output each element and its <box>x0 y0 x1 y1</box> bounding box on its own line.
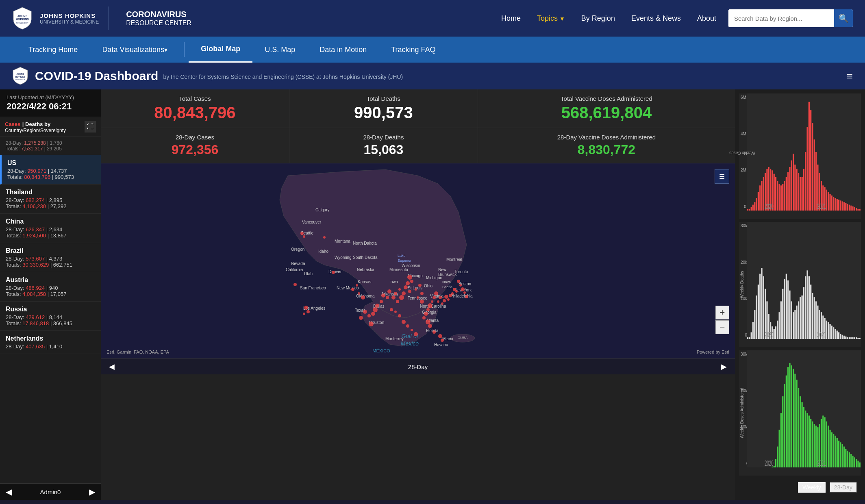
country-name-netherlands: Netherlands <box>6 335 95 342</box>
case-dot <box>431 300 433 303</box>
sidebar-next-arrow[interactable]: ▶ <box>89 487 95 497</box>
cuba-label: CUBA <box>457 336 467 340</box>
last-updated-date: 2022/4/22 06:21 <box>7 101 94 112</box>
svg-rect-197 <box>838 441 839 467</box>
svg-rect-92 <box>774 329 775 339</box>
nav-by-region[interactable]: By Region <box>581 14 615 23</box>
svg-rect-17 <box>761 181 762 211</box>
sidebar-item-austria[interactable]: Austria 28-Day: 486,924 | 940 Totals: 4,… <box>0 272 101 302</box>
svg-rect-56 <box>829 194 830 211</box>
weekly-deaths-y-label: Weekly Deaths <box>740 271 744 298</box>
nav-tracking-home[interactable]: Tracking Home <box>16 37 90 63</box>
svg-text:2021: 2021 <box>817 459 826 467</box>
zoom-in-button[interactable]: + <box>715 306 729 319</box>
sidebar-item-russia[interactable]: Russia 28-Day: 429,612 | 8,144 Totals: 1… <box>0 302 101 331</box>
stats-row-bottom: 28-Day Cases 972,356 28-Day Deaths 15,06… <box>101 128 735 163</box>
nav-global-map[interactable]: Global Map <box>189 37 252 63</box>
svg-rect-26 <box>777 181 778 211</box>
svg-rect-47 <box>814 139 815 211</box>
28day-tab[interactable]: 28-Day <box>830 482 857 493</box>
map-prev-arrow[interactable]: ◀ <box>109 362 115 371</box>
svg-rect-166 <box>784 384 785 467</box>
case-dot <box>380 300 383 303</box>
svg-rect-61 <box>838 200 839 211</box>
svg-rect-111 <box>806 270 808 339</box>
svg-rect-71 <box>856 208 857 211</box>
search-box: 🔍 <box>728 9 853 27</box>
country-name-austria: Austria <box>6 276 95 284</box>
svg-rect-160 <box>774 466 775 467</box>
svg-rect-11 <box>751 207 752 211</box>
search-input[interactable] <box>728 9 834 27</box>
menu-icon[interactable]: ≡ <box>847 70 853 83</box>
country-name-us: US <box>7 159 95 167</box>
svg-rect-194 <box>833 434 834 467</box>
svg-rect-55 <box>828 192 829 211</box>
case-dot <box>394 292 397 295</box>
stat-28day-vaccines-value: 8,830,772 <box>486 142 727 157</box>
svg-rect-32 <box>787 172 789 211</box>
case-dot <box>332 271 335 274</box>
case-dot <box>398 288 401 291</box>
nav-us-map[interactable]: U.S. Map <box>252 37 307 63</box>
city-minnesota: Minnesota <box>389 267 409 272</box>
case-dot <box>439 296 442 299</box>
city-florida: Florida <box>426 328 439 333</box>
nav-links: Home Topics By Region Events & News Abou… <box>501 14 716 23</box>
nav-home[interactable]: Home <box>501 14 521 23</box>
country-name-brazil: Brazil <box>6 247 95 254</box>
case-dot <box>304 306 308 310</box>
svg-rect-103 <box>793 312 794 339</box>
search-button[interactable]: 🔍 <box>834 9 853 27</box>
expand-button[interactable]: ⛶ <box>85 121 96 133</box>
nav-about[interactable]: About <box>697 14 716 23</box>
svg-rect-198 <box>840 442 841 467</box>
nav-data-visualizations[interactable]: Data Visualizations <box>90 37 180 63</box>
country-totals-thailand: Totals: 4,106,230 | 27,392 <box>6 203 95 209</box>
svg-rect-106 <box>798 301 799 339</box>
sidebar-bottom: ◀ Admin0 ▶ <box>0 483 101 500</box>
svg-rect-131 <box>842 335 843 339</box>
case-dot <box>406 324 409 328</box>
case-dot <box>432 330 436 334</box>
svg-rect-15 <box>758 192 759 211</box>
case-dot <box>363 310 367 314</box>
sidebar-item-netherlands[interactable]: Netherlands 28-Day: 407,635 | 1,410 <box>0 331 101 354</box>
case-dot <box>293 283 297 286</box>
svg-rect-127 <box>835 329 836 339</box>
case-dot <box>414 332 418 336</box>
cases-chart-svg: 2020 2021 <box>747 93 861 211</box>
weekly-tab[interactable]: Weekly <box>798 482 826 493</box>
sidebar-item-brazil[interactable]: Brazil 28-Day: 573,607 | 4,373 Totals: 3… <box>0 243 101 272</box>
case-dot <box>465 295 468 298</box>
case-dot <box>417 296 419 299</box>
svg-rect-126 <box>833 327 834 339</box>
case-dot <box>463 291 466 294</box>
map-list-toggle[interactable]: ☰ <box>715 169 729 184</box>
svg-rect-79 <box>751 332 752 339</box>
svg-rect-63 <box>842 201 843 211</box>
nav-events-news[interactable]: Events & News <box>631 14 681 23</box>
svg-rect-12 <box>752 205 754 211</box>
sidebar-item-china[interactable]: China 28-Day: 626,347 | 2,634 Totals: 1,… <box>0 214 101 243</box>
zoom-out-button[interactable]: − <box>715 320 729 334</box>
case-dot <box>361 295 365 300</box>
country-name-russia: Russia <box>6 306 95 313</box>
nav-data-in-motion[interactable]: Data in Motion <box>307 37 379 63</box>
svg-rect-34 <box>791 161 792 211</box>
cases-chart-area: 2020 2021 <box>747 93 861 211</box>
city-newmexico: New Mexico <box>337 286 359 290</box>
svg-rect-9 <box>747 209 748 211</box>
svg-rect-59 <box>835 198 836 211</box>
case-dot <box>441 302 443 305</box>
nav-tracking-faq[interactable]: Tracking FAQ <box>379 37 448 63</box>
nav-topics[interactable]: Topics <box>537 14 565 23</box>
svg-rect-60 <box>837 199 838 211</box>
sidebar-item-thailand[interactable]: Thailand 28-Day: 682,274 | 2,895 Totals:… <box>0 185 101 214</box>
sidebar-item-us[interactable]: US 28-Day: 950,971 | 14,737 Totals: 80,8… <box>0 155 101 185</box>
sidebar-cases-label: Cases <box>5 121 20 127</box>
city-montreal: Montreal <box>446 257 462 262</box>
sidebar-prev-arrow[interactable]: ◀ <box>6 487 12 497</box>
svg-rect-98 <box>784 279 785 339</box>
map-next-arrow[interactable]: ▶ <box>721 362 727 371</box>
